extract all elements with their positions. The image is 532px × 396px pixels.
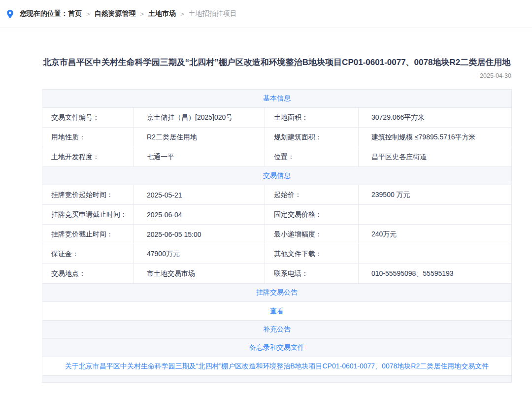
- listing-notice-row: 查看: [42, 302, 512, 321]
- breadcrumb-separator: >: [180, 10, 184, 18]
- field-value: 239500 万元: [359, 185, 512, 205]
- breadcrumb-separator: >: [140, 10, 144, 18]
- view-listing-notice-link[interactable]: 查看: [270, 307, 284, 315]
- field-value: 2025-05-21: [134, 185, 265, 205]
- field-label: 规划建筑面积：: [265, 128, 359, 147]
- breadcrumb: 您现在的位置： 首页 > 自然资源管理 > 土地市场 > 土地招拍挂项目: [0, 0, 532, 28]
- field-label: 挂牌竞价起始时间：: [42, 185, 134, 205]
- section-header-supplement-notice: 补充公告: [42, 321, 512, 339]
- section-header-listing-notice: 挂牌交易公告: [42, 284, 512, 302]
- section-header-basic-info: 基本信息: [42, 90, 512, 108]
- section-header-label: 基本信息: [42, 90, 512, 108]
- field-label: 位置：: [265, 147, 359, 167]
- field-label: 保证金：: [42, 244, 134, 264]
- breadcrumb-separator: >: [86, 10, 90, 18]
- field-label: 起始价：: [265, 185, 359, 205]
- table-row: 用地性质： R2二类居住用地 规划建筑面积： 建筑控制规模 ≤79895.571…: [42, 128, 512, 147]
- breadcrumb-prefix: 您现在的位置：: [20, 9, 68, 18]
- table-row: 土地开发程度： 七通一平 位置： 昌平区史各庄街道: [42, 147, 512, 167]
- field-label: 固定交易价格：: [265, 205, 359, 225]
- field-value: [359, 244, 512, 264]
- memo-docs-row: 关于北京市昌平区中关村生命科学园三期及“北四村”棚户区改造和环境整治B地块项目C…: [42, 357, 512, 376]
- field-label: 交易地点：: [42, 264, 134, 284]
- field-label: 最小递增幅度：: [265, 225, 359, 244]
- table-row: 挂牌竞买申请截止时间： 2025-06-04 固定交易价格：: [42, 205, 512, 225]
- section-header-label: 补充公告: [42, 321, 512, 339]
- field-value: 47900万元: [134, 244, 265, 264]
- table-row: 挂牌竞价截止时间： 2025-06-05 15:00 最小递增幅度： 240万元: [42, 225, 512, 244]
- field-value: 010-55595098、55595193: [359, 264, 512, 284]
- trade-document-link[interactable]: 关于北京市昌平区中关村生命科学园三期及“北四村”棚户区改造和环境整治B地块项目C…: [65, 362, 489, 370]
- field-value: 七通一平: [134, 147, 265, 167]
- main-content: 北京市昌平区中关村生命科学园三期及“北四村”棚户区改造和环境整治B地块项目CP0…: [42, 56, 511, 383]
- table-row: 交易文件编号： 京土储挂（昌）[2025]020号 土地面积： 30729.06…: [42, 108, 512, 128]
- field-value: 市土地交易市场: [134, 264, 265, 284]
- section-header-label: 挂牌交易公告: [42, 284, 512, 302]
- section-header-partial: [42, 376, 512, 383]
- breadcrumb-item-land-market[interactable]: 土地市场: [148, 9, 176, 18]
- table-row-partial: [42, 376, 512, 383]
- publish-date: 2025-04-30: [42, 72, 511, 79]
- field-value: 2025-06-04: [134, 205, 265, 225]
- field-value: 昌平区史各庄街道: [359, 147, 512, 167]
- field-value: 2025-06-05 15:00: [134, 225, 265, 244]
- section-header-label: 备忘录和交易文件: [42, 339, 512, 357]
- breadcrumb-item-current: 土地招拍挂项目: [189, 9, 237, 18]
- section-header-trade-info: 交易信息: [42, 167, 512, 185]
- breadcrumb-item-home[interactable]: 首页: [68, 9, 82, 18]
- section-header-memo-docs: 备忘录和交易文件: [42, 339, 512, 357]
- field-value: R2二类居住用地: [134, 128, 265, 147]
- location-pin-icon: [6, 9, 14, 19]
- field-label: 交易文件编号：: [42, 108, 134, 128]
- section-header-label: 交易信息: [42, 167, 512, 185]
- field-label: 挂牌竞价截止时间：: [42, 225, 134, 244]
- breadcrumb-item-natural-resources[interactable]: 自然资源管理: [95, 9, 136, 18]
- table-row: 交易地点： 市土地交易市场 联系电话： 010-55595098、5559519…: [42, 264, 512, 284]
- field-label: 其他文件下载：: [265, 244, 359, 264]
- field-label: 土地开发程度：: [42, 147, 134, 167]
- page-title: 北京市昌平区中关村生命科学园三期及“北四村”棚户区改造和环境整治B地块项目CP0…: [42, 56, 511, 69]
- field-label: 联系电话：: [265, 264, 359, 284]
- field-label: 用地性质：: [42, 128, 134, 147]
- field-value: 240万元: [359, 225, 512, 244]
- field-value: 建筑控制规模 ≤79895.5716平方米: [359, 128, 512, 147]
- field-value: 30729.066平方米: [359, 108, 512, 128]
- field-label: 挂牌竞买申请截止时间：: [42, 205, 134, 225]
- field-label: 土地面积：: [265, 108, 359, 128]
- table-row: 保证金： 47900万元 其他文件下载：: [42, 244, 512, 264]
- field-value: [359, 205, 512, 225]
- land-parcel-info-table: 基本信息 交易文件编号： 京土储挂（昌）[2025]020号 土地面积： 307…: [42, 89, 512, 383]
- field-value: 京土储挂（昌）[2025]020号: [134, 108, 265, 128]
- table-row: 挂牌竞价起始时间： 2025-05-21 起始价： 239500 万元: [42, 185, 512, 205]
